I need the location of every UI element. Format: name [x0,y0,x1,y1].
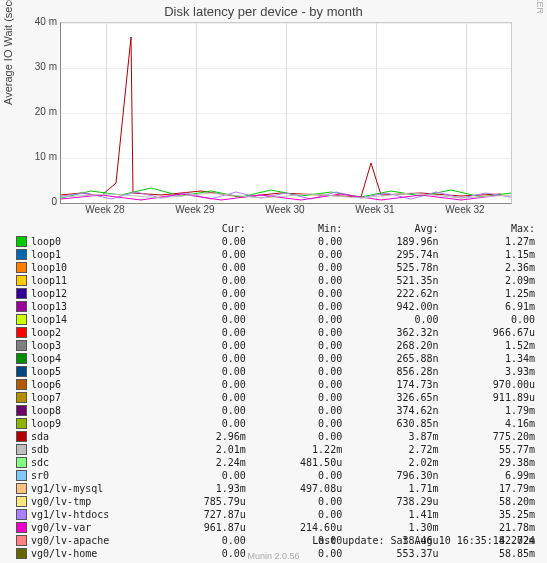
series-max: 6.91m [441,300,537,313]
series-cur: 0.00 [151,469,247,482]
x-tick: Week 30 [255,204,315,215]
series-min: 0.00 [248,274,344,287]
legend-swatch-icon [16,327,27,338]
series-min: 0.00 [248,339,344,352]
series-name: loop6 [31,379,61,390]
series-cur: 2.24m [151,456,247,469]
series-max: 1.52m [441,339,537,352]
legend-swatch-icon [16,444,27,455]
series-name: sda [31,431,49,442]
legend-row: loop120.000.00222.62n1.25m [14,287,537,300]
series-cur: 0.00 [151,365,247,378]
series-name: loop4 [31,353,61,364]
series-max: 775.20m [441,430,537,443]
series-cur: 0.00 [151,352,247,365]
legend-swatch-icon [16,353,27,364]
series-min: 0.00 [248,352,344,365]
series-avg: 521.35n [344,274,440,287]
legend-row: loop140.000.000.000.00 [14,313,537,326]
chart-title: Disk latency per device - by month [0,4,527,19]
legend-row: loop100.000.00525.78n2.36m [14,261,537,274]
series-name: loop8 [31,405,61,416]
series-name: loop12 [31,288,67,299]
series-cur: 0.00 [151,534,247,547]
series-min: 0.00 [248,365,344,378]
series-avg: 1.30m [344,521,440,534]
series-name: vg0/lv-apache [31,535,109,546]
series-name: loop7 [31,392,61,403]
series-name: loop13 [31,301,67,312]
series-cur: 0.00 [151,248,247,261]
y-tick: 20 m [17,106,57,117]
series-cur: 785.79u [151,495,247,508]
legend-row: loop130.000.00942.00n6.91m [14,300,537,313]
series-min: 0.00 [248,391,344,404]
x-tick: Week 28 [75,204,135,215]
series-avg: 1.41m [344,508,440,521]
series-lines [61,23,511,203]
series-name: loop5 [31,366,61,377]
legend-row: sr00.000.00796.30n6.99m [14,469,537,482]
series-max: 1.15m [441,248,537,261]
legend-header: Cur: Min: Avg: Max: [14,222,537,235]
legend-swatch-icon [16,457,27,468]
legend-row: vg0/lv-tmp785.79u0.00738.29u58.20m [14,495,537,508]
series-avg: 374.62n [344,404,440,417]
series-max: 0.00 [441,313,537,326]
series-name: loop2 [31,327,61,338]
y-axis-label: Average IO Wait (seconds) [2,0,14,105]
legend-row: sda2.96m0.003.87m775.20m [14,430,537,443]
legend-swatch-icon [16,509,27,520]
series-min: 0.00 [248,508,344,521]
series-name: vg0/lv-var [31,522,91,533]
series-avg: 630.85n [344,417,440,430]
series-max: 21.78m [441,521,537,534]
y-tick: 10 m [17,151,57,162]
legend-row: loop20.000.00362.32n966.67u [14,326,537,339]
legend-swatch-icon [16,249,27,260]
series-avg: 856.28n [344,365,440,378]
series-max: 35.25m [441,508,537,521]
series-avg: 295.74n [344,248,440,261]
series-max: 966.67u [441,326,537,339]
series-name: loop11 [31,275,67,286]
series-name: vg1/lv-htdocs [31,509,109,520]
series-min: 0.00 [248,313,344,326]
legend-table: Cur: Min: Avg: Max: loop00.000.00189.96n… [14,222,537,560]
series-max: 1.34m [441,352,537,365]
series-cur: 2.01m [151,443,247,456]
series-max: 1.25m [441,287,537,300]
munin-version: Munin 2.0.56 [0,551,547,561]
y-tick: 30 m [17,61,57,72]
series-avg: 1.71m [344,482,440,495]
series-name: sdc [31,457,49,468]
series-cur: 2.96m [151,430,247,443]
series-name: loop3 [31,340,61,351]
series-min: 0.00 [248,378,344,391]
legend-row: loop50.000.00856.28n3.93m [14,365,537,378]
legend-swatch-icon [16,470,27,481]
legend-row: sdc2.24m481.50u2.02m29.38m [14,456,537,469]
legend-row: loop90.000.00630.85n4.16m [14,417,537,430]
series-name: loop1 [31,249,61,260]
series-avg: 326.65n [344,391,440,404]
series-name: vg0/lv-tmp [31,496,91,507]
series-max: 2.09m [441,274,537,287]
legend-swatch-icon [16,431,27,442]
series-name: sr0 [31,470,49,481]
legend-row: loop10.000.00295.74n1.15m [14,248,537,261]
series-avg: 222.62n [344,287,440,300]
series-max: 6.99m [441,469,537,482]
legend-swatch-icon [16,418,27,429]
series-cur: 0.00 [151,339,247,352]
series-avg: 796.30n [344,469,440,482]
chart-container: Disk latency per device - by month Avera… [0,0,547,563]
series-cur: 961.87u [151,521,247,534]
series-cur: 0.00 [151,261,247,274]
series-name: loop9 [31,418,61,429]
y-tick: 40 m [17,16,57,27]
legend-swatch-icon [16,236,27,247]
plot-area [60,22,512,204]
series-min: 214.60u [248,521,344,534]
series-avg: 738.29u [344,495,440,508]
